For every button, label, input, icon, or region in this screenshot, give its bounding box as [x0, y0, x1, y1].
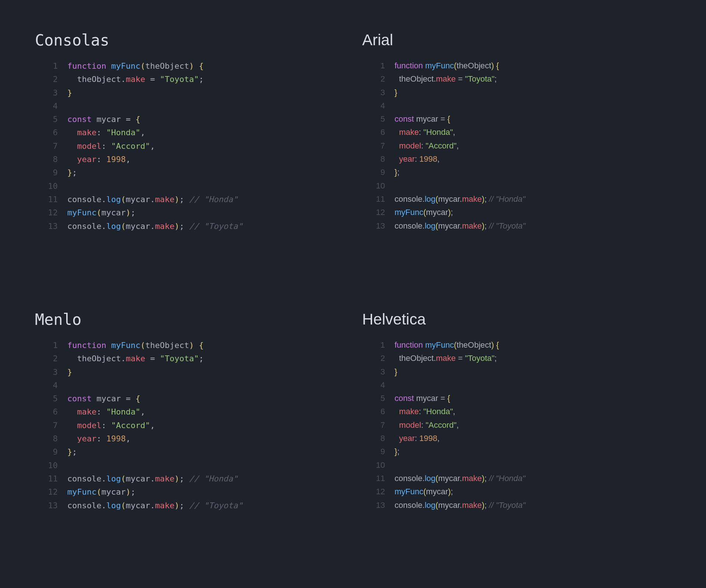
code-token: make [77, 407, 97, 416]
code-line: myFunc(mycar); [67, 485, 243, 499]
line-number: 3 [373, 365, 385, 379]
panel-title: Consolas [35, 31, 344, 49]
line-number: 1 [46, 339, 58, 352]
line-number: 2 [46, 352, 58, 365]
code-token: myFunc [67, 208, 96, 217]
line-number: 8 [373, 153, 385, 166]
code-token: = [438, 394, 448, 403]
code-line: console.log(mycar.make); // "Toyota" [395, 219, 525, 233]
line-number: 10 [373, 179, 385, 193]
code-token: , [457, 420, 459, 430]
line-number: 1 [373, 59, 385, 72]
code-token: { [496, 61, 499, 70]
code-token [92, 115, 96, 124]
line-number: 10 [373, 459, 385, 472]
code-token: theObject [399, 354, 434, 363]
line-number: 1 [373, 338, 385, 352]
code-token: ; [179, 501, 184, 510]
code-line: const mycar = { [67, 113, 243, 126]
code-token: make [155, 501, 174, 510]
code-line: console.log(mycar.make); // "Honda" [67, 472, 243, 485]
code-line: myFunc(mycar); [67, 206, 243, 219]
line-number-gutter: 12345678910111213 [46, 339, 67, 512]
code-token: console [395, 221, 422, 230]
code-token: ) [482, 221, 484, 230]
code-token: function [67, 61, 106, 71]
code-token: = [121, 115, 136, 124]
code-token: = [456, 354, 465, 363]
line-number: 7 [373, 139, 385, 153]
code-line [395, 459, 525, 472]
code-token: myFunc [67, 487, 96, 496]
code-token: console [67, 222, 101, 231]
code-line: year: 1998, [395, 432, 525, 445]
code-token: ) [126, 487, 131, 496]
code-token: "Toyota" [465, 74, 494, 83]
code-token: , [126, 155, 131, 164]
code-token [106, 141, 111, 151]
font-panel-helvetica: Helvetica 12345678910111213 function myF… [362, 311, 671, 557]
code-token: ) [448, 487, 450, 496]
code-token [67, 434, 77, 443]
code-token [106, 421, 111, 430]
code-token: ( [423, 208, 426, 217]
code-token: console [67, 474, 101, 483]
code-line: myFunc(mycar); [395, 485, 525, 498]
code-token: { [496, 340, 499, 349]
code-token: ; [179, 222, 184, 231]
code-token: } [67, 447, 72, 456]
code-block: 12345678910111213 function myFunc(theObj… [35, 339, 344, 512]
code-line: function myFunc(theObject) { [67, 60, 243, 73]
code-line: model: "Accord", [395, 139, 525, 153]
code-token: mycar [101, 208, 126, 217]
code-token: { [448, 394, 450, 403]
code-token: model [399, 141, 421, 150]
code-token: ) [174, 222, 179, 231]
code-token: ( [454, 61, 456, 70]
code-token [395, 434, 399, 443]
code-token: model [77, 421, 101, 430]
line-number: 7 [373, 419, 385, 432]
line-number: 8 [46, 432, 58, 445]
code-token: { [199, 61, 204, 71]
code-token: ; [495, 74, 497, 83]
code-token: "Honda" [423, 128, 453, 137]
code-token: // "Toyota" [189, 501, 243, 510]
line-number: 9 [46, 166, 58, 179]
line-number: 13 [373, 219, 385, 233]
code-line: }; [395, 166, 525, 179]
code-line [395, 179, 525, 193]
code-line: year: 1998, [67, 153, 243, 166]
line-number: 9 [373, 445, 385, 458]
code-token: mycar [126, 222, 150, 231]
line-number: 4 [46, 100, 58, 113]
code-line: console.log(mycar.make); // "Honda" [395, 472, 525, 485]
code-line: const mycar = { [67, 392, 243, 405]
code-token: mycar [426, 487, 448, 496]
code-token: : [96, 407, 101, 416]
code-line: }; [67, 166, 243, 179]
line-number: 6 [46, 405, 58, 419]
line-number: 1 [46, 60, 58, 73]
code-token: 1998 [106, 155, 126, 164]
code-token [67, 141, 77, 151]
code-token: "Accord" [111, 421, 150, 430]
code-line: year: 1998, [67, 432, 243, 445]
code-line [67, 379, 243, 392]
code-token: console [395, 194, 422, 204]
code-token: ; [451, 487, 453, 496]
code-token: myFunc [425, 61, 454, 70]
code-token: // "Toyota" [189, 222, 243, 231]
code-token: ( [435, 221, 438, 230]
font-panel-consolas: Consolas 12345678910111213 function myFu… [35, 31, 344, 277]
code-token: ; [451, 208, 453, 217]
code-token: make [155, 195, 174, 204]
code-token: make [155, 474, 174, 483]
code-lines: function myFunc(theObject) { theObject.m… [395, 59, 525, 233]
code-token: function [395, 340, 423, 349]
code-token: const [67, 394, 92, 403]
code-token: } [395, 88, 397, 97]
code-token: function [67, 341, 106, 350]
code-line: make: "Honda", [67, 126, 243, 139]
code-token [395, 420, 399, 430]
